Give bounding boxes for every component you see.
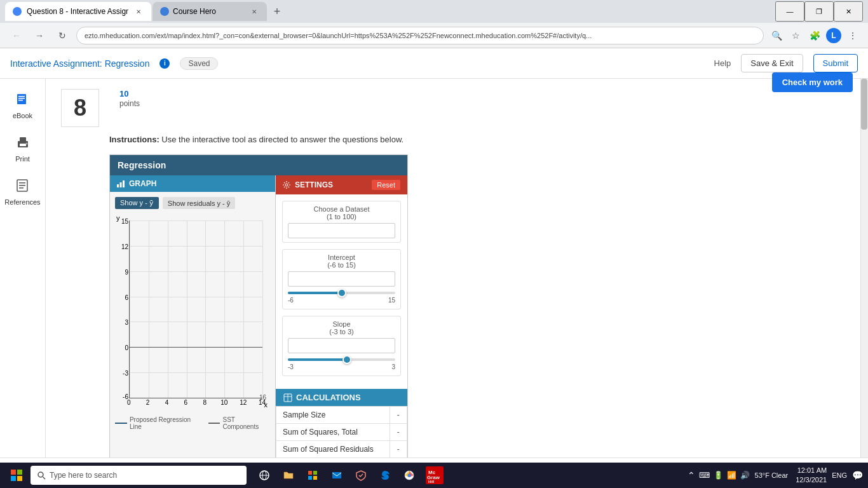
chart-legend: Proposed Regression Line SST Components (115, 416, 270, 430)
ytick-12: 12 (121, 243, 128, 250)
sidebar-item-print[interactable]: Print (13, 132, 33, 163)
graph-panel: GRAPH Show y - ȳ Show residuals y - ŷ y (110, 175, 275, 458)
legend-dash-label: SST Components (222, 416, 270, 430)
grid-h-2 (130, 271, 262, 272)
question-number-box: 8 (61, 89, 99, 127)
tab-close-active[interactable]: ✕ (133, 6, 144, 17)
battery-icon[interactable]: 🔋 (714, 471, 723, 480)
tab-favicon-active (13, 7, 22, 16)
intercept-slider-labels: -6 15 (288, 297, 395, 304)
svg-rect-35 (313, 476, 317, 480)
svg-rect-6 (20, 144, 26, 146)
save-exit-button[interactable]: Save & Exit (741, 54, 803, 72)
table-row-ssr: Sum of Squared Residuals - (276, 441, 407, 458)
store-button[interactable] (302, 465, 323, 485)
dataset-input[interactable] (288, 223, 395, 238)
grid-v-4 (205, 220, 206, 398)
svg-rect-5 (20, 137, 26, 142)
slope-slider-thumb[interactable] (342, 355, 351, 364)
new-tab-button[interactable]: + (268, 3, 286, 20)
user-avatar[interactable]: L (826, 28, 841, 43)
url-text: ezto.mheducation.com/ext/map/index.html?… (85, 32, 592, 39)
volume-icon[interactable]: 🔊 (740, 471, 750, 480)
intercept-input[interactable] (288, 271, 395, 287)
tab-close-coursehero[interactable]: ✕ (249, 6, 259, 17)
tab-active[interactable]: Question 8 - Interactive Assignm... ✕ (5, 2, 151, 21)
start-button[interactable] (5, 465, 28, 485)
grid-v-7 (262, 220, 263, 398)
slope-min-label: -3 (288, 363, 294, 370)
regression-tool-header: Regression (110, 155, 407, 175)
check-work-button[interactable]: Check my work (772, 72, 853, 92)
show-residuals-button[interactable]: Show residuals y - ŷ (163, 197, 235, 209)
saved-badge: Saved (180, 57, 218, 70)
svg-rect-13 (120, 182, 122, 187)
svg-point-15 (285, 184, 288, 186)
forward-button[interactable]: → (31, 27, 48, 44)
svg-rect-2 (18, 98, 25, 99)
chrome-button[interactable] (399, 465, 419, 485)
legend-regression-line: Proposed Regression Line (115, 416, 201, 430)
scrollbar-thumb[interactable] (861, 79, 867, 130)
slope-max-label: 3 (391, 363, 395, 370)
gear-icon (282, 180, 291, 189)
sidebar-item-references[interactable]: References (4, 175, 40, 206)
help-link[interactable]: Help (714, 58, 731, 68)
chart: y (115, 214, 268, 411)
svg-rect-33 (313, 471, 317, 475)
instructions-prefix: Instructions: (109, 135, 159, 144)
taskbar-search[interactable]: Type here to search (31, 466, 247, 485)
zero-line-thick (130, 347, 262, 348)
app-title[interactable]: Interactive Assignment: Regression (10, 58, 149, 69)
url-bar[interactable]: ezto.mheducation.com/ext/map/index.html?… (76, 27, 764, 44)
show-y-bar-button[interactable]: Show y - ȳ (115, 197, 159, 209)
points-value: 10 (119, 89, 128, 98)
regression-title: Regression (118, 160, 166, 170)
intercept-slider-track (288, 292, 395, 294)
submit-button[interactable]: Submit (813, 54, 858, 72)
mhconnect-button[interactable]: Mc Graw Hill (424, 465, 445, 485)
graph-tab-label: GRAPH (129, 179, 156, 188)
restore-button[interactable]: ❐ (804, 1, 834, 22)
instructions-text: Use the interactive tool as directed to … (159, 135, 403, 144)
minimize-button[interactable]: — (775, 1, 804, 22)
svg-rect-23 (11, 470, 16, 475)
search-icon[interactable]: 🔍 (769, 28, 784, 43)
sst-value: - (390, 424, 407, 441)
scrollbar[interactable] (860, 79, 868, 458)
menu-icon[interactable]: ⋮ (845, 28, 860, 43)
time-block[interactable]: 12:01 AM 12/3/2021 (796, 466, 827, 485)
grid-h-1 (130, 246, 262, 247)
mail-button[interactable] (327, 465, 347, 485)
clock-date: 12/3/2021 (796, 475, 827, 485)
intercept-slider-thumb[interactable] (337, 288, 346, 297)
sidebar-item-ebook[interactable]: eBook (13, 89, 33, 119)
bookmark-icon[interactable]: ☆ (788, 28, 803, 43)
ytick-9: 9 (125, 269, 128, 276)
tab-title-active: Question 8 - Interactive Assignm... (27, 7, 128, 16)
back-button[interactable]: ← (8, 27, 25, 44)
shield-icon (355, 470, 367, 481)
task-view-button[interactable] (254, 465, 275, 485)
slope-input[interactable] (288, 338, 395, 353)
chevron-up-icon[interactable]: ⌃ (688, 470, 695, 480)
tab-inactive[interactable]: Course Hero ✕ (153, 2, 267, 21)
ytick-n3: -3 (123, 370, 128, 377)
clock-time: 12:01 AM (796, 466, 827, 475)
slope-slider-fill (288, 358, 347, 361)
security-button[interactable] (351, 465, 371, 485)
wifi-icon[interactable]: 📶 (727, 471, 736, 480)
info-icon[interactable]: i (159, 58, 170, 69)
legend-sst-components: SST Components (208, 416, 270, 430)
keyboard-icon[interactable]: ⌨ (699, 471, 710, 480)
close-button[interactable]: ✕ (834, 1, 863, 22)
mh-logo-icon: Mc Graw Hill (426, 466, 444, 484)
extension-icon[interactable]: 🧩 (807, 28, 822, 43)
notification-icon[interactable]: 💬 (852, 470, 863, 480)
file-explorer-button[interactable] (278, 465, 299, 485)
reload-button[interactable]: ↻ (53, 27, 71, 44)
taskbar-icons (254, 465, 419, 485)
reset-button[interactable]: Reset (371, 179, 401, 191)
edge-button[interactable] (375, 465, 395, 485)
y-axis-label: y (116, 214, 120, 222)
